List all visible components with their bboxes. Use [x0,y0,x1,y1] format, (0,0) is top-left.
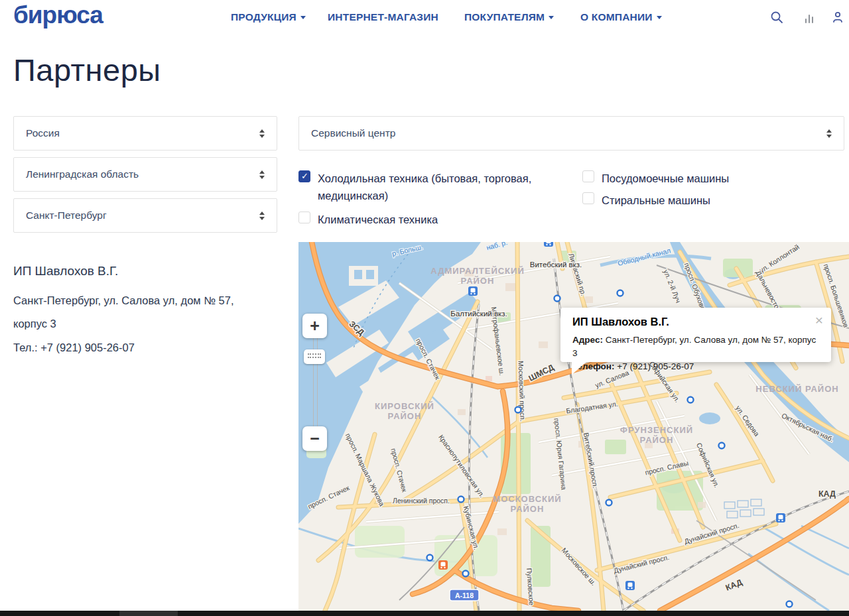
district-label: АДМИРАЛТЕЙСКИЙ [430,266,524,276]
metro-station-icon [555,296,560,302]
balloon-address-label: Адрес: [572,335,603,345]
chevron-down-icon [657,16,662,19]
nav-about-label: О КОМПАНИИ [580,11,653,23]
checkbox-dishwashers-label: Посудомоечные машины [602,170,729,187]
nav-products-label: ПРОДУКЦИЯ [231,11,296,23]
search-icon[interactable] [770,11,783,24]
metro-station-icon [606,500,612,506]
compare-icon[interactable] [803,12,816,25]
partner-card: ИП Шавлохов В.Г. Санкт-Петербург, ул. Са… [13,264,285,354]
district-label: МОСКОВСКИЙ [493,494,561,504]
partner-address-line2: корпус 3 [13,318,56,330]
metro-station-icon [515,407,521,413]
railway-stop-icon [776,513,785,523]
region-select[interactable]: Ленинградская область [13,157,277,192]
checkbox-washers-label: Стиральные машины [602,192,710,209]
select-arrows-icon [259,129,265,138]
map-zoom-in-button[interactable]: + [302,314,327,338]
metro-station-icon [458,497,464,503]
nav-online-store-label: ИНТЕРНЕТ-МАГАЗИН [328,11,438,23]
metro-station-icon [719,443,725,449]
metro-station-icon [688,397,694,403]
bottom-bar [0,611,849,616]
country-select[interactable]: Россия [13,116,277,151]
district-label: РАЙОН [388,411,422,421]
train-station-icon [544,242,553,247]
balloon-address-value: Санкт-Петербург, ул. Салова ул, дом № 57… [572,335,816,358]
station-label: Витебский вкз. [530,261,582,269]
checkbox-icon [298,212,310,223]
slider-grip-icon [308,357,321,358]
balloon-phone-value: +7 (921) 905-26-07 [617,361,694,371]
checkbox-washers[interactable]: Стиральные машины [582,192,842,209]
checkbox-icon [582,170,594,182]
map-zoom-slider-handle[interactable] [304,349,325,364]
district-label: РАЙОН [461,276,495,286]
road-badge-label: А-118 [455,591,474,599]
partner-address: Санкт-Петербург, ул. Салова ул, дом № 57… [13,289,285,336]
slider-grip-icon [308,353,321,355]
balloon-title: ИП Шавлохов В.Г. [572,316,819,328]
checkbox-icon [298,170,310,182]
close-icon[interactable]: × [815,313,823,327]
nav-customers-label: ПОКУПАТЕЛЯМ [464,11,545,23]
metro-station-icon [787,601,793,607]
metro-station-icon [618,290,623,296]
map-balloon-tail [572,361,588,375]
district-label: КИРОВСКИЙ [375,401,434,411]
user-icon[interactable] [831,11,844,24]
bottom-bar-segment [119,611,178,616]
nav-about[interactable]: О КОМПАНИИ [580,11,662,23]
partners-page: бирюса ПРОДУКЦИЯ ИНТЕРНЕТ-МАГАЗИН ПОКУПА… [0,0,849,616]
map-canvas: АДМИРАЛТЕЙСКИЙРАЙОНКИРОВСКИЙРАЙОНМОСКОВС… [298,242,849,611]
checkbox-refrigeration-label: Холодильная техника (бытовая, торговая, … [318,170,558,204]
region-select-value: Ленинградская область [26,168,259,180]
chevron-down-icon [300,16,306,19]
balloon-phone: Телефон: +7 (921) 905-26-07 [572,360,819,373]
railway-stop-icon [625,581,635,590]
city-select-value: Санкт-Петербург [26,210,259,221]
checkbox-refrigeration[interactable]: Холодильная техника (бытовая, торговая, … [298,170,558,204]
select-arrows-icon [259,170,265,179]
nav-products[interactable]: ПРОДУКЦИЯ [231,11,306,23]
district-label: РАЙОН [511,504,545,514]
checkbox-climate-label: Климатическая техника [318,211,438,228]
checkbox-dishwashers[interactable]: Посудомоечные машины [582,170,842,187]
metro-station-icon [427,555,433,561]
partner-address-line1: Санкт-Петербург, ул. Салова ул, дом № 57… [13,294,234,306]
partner-type-select-value: Сервисный центр [311,127,826,139]
page-title: Партнеры [13,52,161,88]
checkbox-icon [582,192,594,204]
train-station-icon [468,286,478,296]
brand-logo[interactable]: бирюса [13,1,103,29]
metro-station-icon [463,571,469,577]
partner-type-select[interactable]: Сервисный центр [298,116,844,151]
suburban-train-icon [438,560,448,570]
street-label: КАД [818,489,836,499]
nav-online-store[interactable]: ИНТЕРНЕТ-МАГАЗИН [328,11,438,23]
map-balloon: × ИП Шавлохов В.Г. Адрес: Санкт-Петербур… [560,308,831,362]
district-label: ФРУНЗЕНСКИЙ [620,425,693,435]
map-zoom-out-button[interactable]: − [302,426,327,451]
district-label: РАЙОН [640,435,674,445]
select-arrows-icon [259,212,265,220]
street-label: Ленинский просп. [393,497,450,505]
chevron-down-icon [549,16,554,19]
checkbox-climate[interactable]: Климатическая техника [298,211,558,228]
partner-name: ИП Шавлохов В.Г. [13,264,285,278]
country-select-value: Россия [26,127,259,139]
map[interactable]: АДМИРАЛТЕЙСКИЙРАЙОНКИРОВСКИЙРАЙОНМОСКОВС… [298,242,849,611]
district-label: НЕВСКИЙ РАЙОН [755,384,838,394]
balloon-address: Адрес: Санкт-Петербург, ул. Салова ул, д… [572,334,819,360]
partner-phone: Тел.: +7 (921) 905-26-07 [13,341,285,354]
city-select[interactable]: Санкт-Петербург [13,198,277,233]
nav-customers[interactable]: ПОКУПАТЕЛЯМ [464,11,554,23]
station-label: Балтийский вкз. [450,310,507,318]
select-arrows-icon [826,129,832,138]
